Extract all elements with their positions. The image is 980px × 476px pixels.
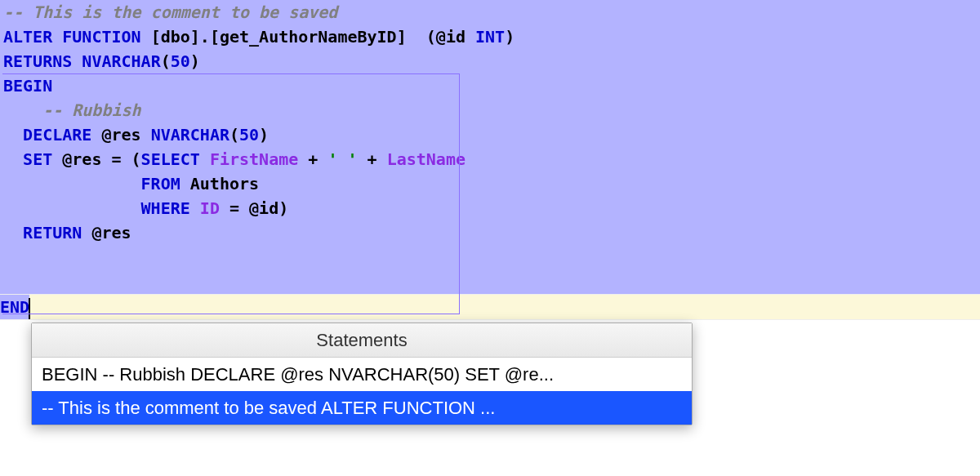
keyword-declare: DECLARE <box>23 125 91 145</box>
keyword-from: FROM <box>141 174 180 194</box>
popup-header: Statements <box>32 323 692 358</box>
col-firstname: FirstName <box>200 149 308 169</box>
keyword-alter: ALTER <box>3 27 52 47</box>
code-editor[interactable]: -- This is the comment to be savedALTER … <box>0 0 980 320</box>
text-caret <box>29 298 30 319</box>
statements-popup: Statements BEGIN -- Rubbish DECLARE @res… <box>31 323 693 425</box>
keyword-select: SELECT <box>141 149 200 169</box>
code-comment: -- This is the comment to be saved <box>3 2 337 22</box>
current-line[interactable]: END <box>0 294 980 320</box>
code-comment-rubbish: -- Rubbish <box>3 100 141 120</box>
popup-item-0[interactable]: BEGIN -- Rubbish DECLARE @res NVARCHAR(5… <box>32 358 692 391</box>
keyword-end: END <box>0 295 29 319</box>
keyword-set: SET <box>23 149 52 169</box>
function-name: [dbo].[get_AuthorNameByID] <box>141 27 416 47</box>
type-int: INT <box>475 27 505 47</box>
keyword-returns: RETURNS <box>3 51 72 71</box>
popup-item-1[interactable]: -- This is the comment to be saved ALTER… <box>32 391 692 425</box>
keyword-return: RETURN <box>23 223 82 242</box>
keyword-where: WHERE <box>141 198 190 218</box>
keyword-begin: BEGIN <box>3 76 52 96</box>
keyword-function: FUNCTION <box>62 27 140 47</box>
col-lastname: LastName <box>387 149 466 169</box>
